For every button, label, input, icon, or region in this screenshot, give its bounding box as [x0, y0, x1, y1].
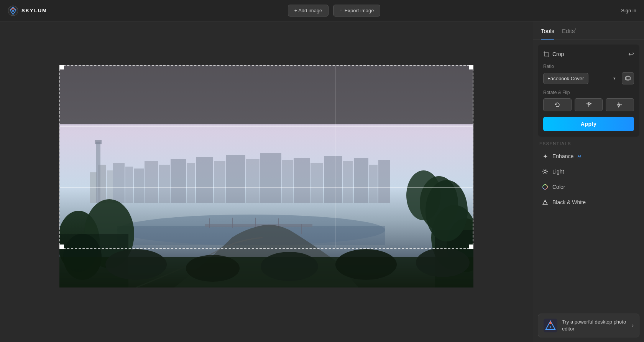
- svg-rect-24: [369, 165, 378, 203]
- svg-rect-6: [113, 163, 125, 203]
- svg-rect-35: [301, 224, 302, 234]
- svg-rect-18: [282, 160, 293, 203]
- svg-point-60: [544, 170, 546, 173]
- canvas-area: [0, 21, 533, 342]
- svg-rect-8: [134, 169, 144, 203]
- bw-icon: [542, 199, 549, 206]
- flip-horizontal-button[interactable]: [575, 98, 603, 111]
- light-icon: [542, 168, 549, 175]
- svg-line-68: [543, 173, 544, 174]
- svg-rect-52: [626, 77, 630, 80]
- svg-rect-5: [107, 170, 113, 203]
- svg-point-1: [12, 10, 14, 12]
- svg-rect-20: [310, 163, 323, 203]
- essentials-list: ✦ Enhance AI: [538, 149, 639, 210]
- promo-arrow-icon: ›: [632, 322, 634, 329]
- header-center: + Add image ↑ Export image: [47, 5, 621, 17]
- enhance-label: Enhance: [552, 153, 573, 159]
- svg-point-49: [261, 252, 318, 281]
- svg-rect-23: [354, 158, 368, 203]
- flip-v-icon: [617, 102, 623, 108]
- ratio-label: Ratio: [543, 64, 634, 69]
- svg-rect-11: [171, 159, 186, 203]
- crop-title-area: Crop: [543, 51, 564, 57]
- enhance-icon: ✦: [542, 153, 549, 160]
- aspect-icon: [625, 75, 631, 81]
- svg-rect-16: [246, 159, 260, 203]
- svg-rect-33: [255, 218, 256, 228]
- tab-tools[interactable]: Tools: [541, 28, 554, 40]
- color-label: Color: [552, 184, 565, 190]
- export-image-button[interactable]: ↑ Export image: [333, 5, 380, 17]
- flip-h-icon: [586, 102, 592, 108]
- panel-tabs: Tools Edits*: [533, 21, 644, 40]
- ai-badge: AI: [577, 154, 581, 158]
- svg-rect-21: [324, 156, 342, 203]
- svg-rect-19: [294, 158, 310, 203]
- svg-rect-13: [196, 157, 213, 203]
- ratio-row: Facebook Cover Original 1:1 4:3 16:9 Twi…: [543, 72, 634, 84]
- right-panel: Tools Edits* Crop ↩ Ratio: [533, 21, 644, 342]
- essentials-item-color[interactable]: Color: [538, 180, 639, 194]
- add-image-button[interactable]: + Add image: [288, 5, 329, 17]
- svg-rect-27: [95, 140, 102, 144]
- header: SKYLUM + Add image ↑ Export image Sign i…: [0, 0, 644, 21]
- svg-rect-7: [125, 167, 133, 203]
- main-area: Tools Edits* Crop ↩ Ratio: [0, 21, 644, 342]
- ratio-select[interactable]: Facebook Cover Original 1:1 4:3 16:9 Twi…: [543, 73, 588, 84]
- svg-rect-14: [214, 161, 225, 203]
- crop-tool-icon: [543, 51, 549, 57]
- svg-point-50: [335, 249, 397, 280]
- svg-rect-12: [187, 163, 195, 203]
- crop-section-header: Crop ↩: [543, 50, 634, 58]
- rotate-ccw-button[interactable]: [543, 98, 572, 111]
- svg-rect-26: [96, 142, 100, 203]
- svg-rect-22: [343, 161, 353, 203]
- promo-banner[interactable]: Try a powerful desktop photo editor ›: [538, 314, 639, 337]
- svg-line-65: [543, 170, 544, 170]
- svg-rect-10: [159, 165, 170, 203]
- rotate-ccw-icon: [554, 102, 560, 108]
- ratio-select-wrapper: Facebook Cover Original 1:1 4:3 16:9 Twi…: [543, 73, 619, 84]
- apply-button[interactable]: Apply: [543, 117, 634, 131]
- image-container: [59, 65, 473, 287]
- svg-point-48: [186, 255, 240, 282]
- svg-point-51: [416, 248, 470, 277]
- svg-rect-32: [232, 218, 233, 228]
- flip-vertical-button[interactable]: [606, 98, 634, 111]
- essentials-section: ESSENTIALS ✦ Enhance AI: [533, 141, 644, 210]
- app-name: SKYLUM: [21, 8, 47, 13]
- svg-rect-17: [260, 153, 281, 203]
- crop-label: Crop: [552, 51, 564, 57]
- svg-point-71: [550, 326, 551, 328]
- svg-rect-25: [378, 160, 390, 203]
- svg-point-45: [426, 180, 468, 241]
- svg-rect-15: [226, 155, 245, 203]
- tab-edits[interactable]: Edits*: [562, 28, 576, 40]
- light-label: Light: [552, 169, 564, 175]
- rotate-buttons: [543, 98, 634, 111]
- essentials-item-enhance[interactable]: ✦ Enhance AI: [538, 149, 639, 164]
- svg-point-47: [105, 249, 167, 280]
- skylum-logo-icon: [8, 5, 18, 16]
- svg-rect-9: [145, 161, 158, 203]
- svg-rect-31: [209, 218, 210, 228]
- essentials-item-light[interactable]: Light: [538, 164, 639, 179]
- rotate-flip-label: Rotate & Flip: [543, 90, 634, 95]
- color-icon: [542, 183, 549, 190]
- aspect-toggle-button[interactable]: [622, 72, 634, 84]
- sign-in-button[interactable]: Sign in: [621, 8, 636, 13]
- logo-area: SKYLUM: [8, 5, 47, 16]
- svg-line-66: [547, 173, 547, 174]
- edits-badge: *: [575, 28, 576, 31]
- export-label: Export image: [345, 8, 374, 13]
- svg-line-67: [547, 170, 547, 170]
- bw-label: Black & White: [552, 199, 586, 205]
- crop-outside-top: [59, 65, 473, 124]
- promo-text: Try a powerful desktop photo editor: [562, 319, 627, 332]
- essentials-item-bw[interactable]: Black & White: [538, 195, 639, 210]
- crop-back-button[interactable]: ↩: [628, 50, 634, 58]
- promo-icon: [544, 319, 557, 332]
- crop-section: Crop ↩ Ratio Facebook Cover Original 1:1…: [538, 45, 639, 137]
- export-icon: ↑: [340, 8, 342, 13]
